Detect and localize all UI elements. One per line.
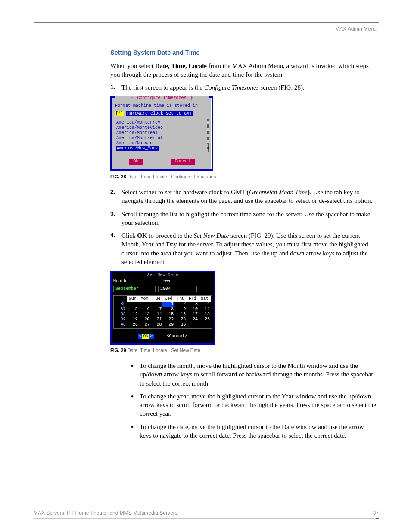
- calendar-table: SunMonTueWedThuFriSat3612343756789101138…: [115, 296, 211, 327]
- tz-item-selected[interactable]: America/New_York: [116, 146, 159, 151]
- section-heading: Setting System Date and Time: [110, 49, 377, 57]
- angle-right-icon: >: [149, 334, 153, 339]
- footer-accent-icon: [376, 518, 379, 519]
- cancel-button[interactable]: <Cancel>: [167, 334, 187, 339]
- step-4-text: Click OK to proceed to the Set New Date …: [121, 231, 377, 266]
- step-1-text: The first screen to appear is the Config…: [121, 83, 377, 92]
- month-label: Month: [113, 279, 163, 284]
- step-3-text: Scroll through the list to highlight the…: [121, 210, 377, 227]
- header-section-label: MAX Admin Menu: [335, 26, 377, 32]
- footer-left: MAX Servers: HT Home Theater and MMS Mul…: [34, 510, 177, 516]
- tz-item[interactable]: America/Montserrat: [116, 136, 207, 141]
- figure-28-dialog: ┤ Configure Timezones ├ Format machine t…: [110, 96, 213, 171]
- step-1-number: 1.: [110, 83, 121, 92]
- checkbox-label: Hardware clock set to GMT: [126, 111, 193, 116]
- step-2-number: 2.: [110, 188, 121, 205]
- year-field[interactable]: 2004: [158, 286, 197, 292]
- fig28-prompt: Format machine time is stored in:: [115, 103, 209, 109]
- step-2-text: Select wether to set the hardware clock …: [121, 188, 377, 205]
- step-4-number: 4.: [110, 231, 121, 266]
- fig28-title: ┤ Configure Timezones ├: [115, 96, 209, 101]
- ok-button[interactable]: Ok: [129, 159, 143, 165]
- step-list: 1. The first screen to appear is the Con…: [110, 83, 377, 92]
- page-footer: MAX Servers: HT Home Theater and MMS Mul…: [34, 510, 379, 519]
- bullet-3: To change the date, move the highlighted…: [140, 423, 377, 440]
- scrollbar-icon[interactable]: [207, 119, 209, 144]
- bullet-1: To change the month, move the highlighte…: [140, 361, 377, 388]
- step-3-number: 3.: [110, 210, 121, 227]
- bullet-2: To change the year, move the highlighted…: [140, 392, 377, 418]
- fig28-gmt-checkbox[interactable]: [*] Hardware clock set to GMT: [115, 111, 209, 116]
- fig29-title: Set New Date: [113, 273, 212, 278]
- figure-29-dialog: Set New Date Month Year September 2004 S…: [110, 271, 215, 345]
- tz-item[interactable]: America/Monterrey: [116, 120, 207, 125]
- checkbox-mark-icon: [*]: [115, 111, 124, 116]
- intro-paragraph: When you select Date, Time, Locale from …: [110, 62, 377, 79]
- calendar-grid[interactable]: SunMonTueWedThuFriSat3612343756789101138…: [113, 295, 212, 329]
- ok-button[interactable]: OK: [142, 334, 149, 339]
- year-label: Year: [163, 279, 212, 284]
- figure-29-caption: FIG. 29 Date, Time, Locale - Set New Dat…: [110, 347, 377, 354]
- step-list-cont: 2. Select wether to set the hardware clo…: [110, 188, 377, 266]
- tz-item[interactable]: America/Montreal: [116, 131, 207, 136]
- page-number: 37: [373, 510, 379, 516]
- tz-item[interactable]: America/Montevideo: [116, 125, 207, 131]
- figure-28-caption: FIG. 28 Date, Time, Locale - Configure T…: [110, 174, 377, 180]
- month-field[interactable]: September: [113, 286, 156, 292]
- tz-item[interactable]: America/Nassau: [116, 141, 207, 146]
- main-content: Setting System Date and Time When you se…: [110, 49, 377, 440]
- bullet-list: To change the month, move the highlighte…: [131, 361, 377, 440]
- angle-left-icon: <: [138, 334, 142, 339]
- header-rule: [34, 22, 379, 23]
- fig28-timezone-list[interactable]: America/Monterrey America/Montevideo Ame…: [115, 119, 209, 152]
- cancel-button[interactable]: Cancel: [171, 159, 195, 165]
